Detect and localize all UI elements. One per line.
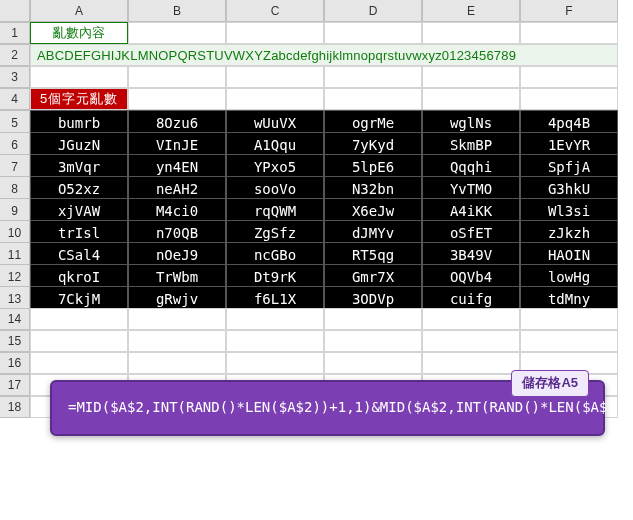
row-header[interactable]: 16 bbox=[0, 352, 30, 374]
charset-cell[interactable]: ABCDEFGHIJKLMNOPQRSTUVWXYZabcdefghijklmn… bbox=[30, 44, 618, 66]
row-header[interactable]: 15 bbox=[0, 330, 30, 352]
empty-cell[interactable] bbox=[128, 66, 226, 88]
empty-cell[interactable] bbox=[422, 330, 520, 352]
row-header[interactable]: 3 bbox=[0, 66, 30, 88]
formula-callout: 儲存格A5 =MID($A$2,INT(RAND()*LEN($A$2))+1,… bbox=[50, 380, 605, 436]
cell-a1[interactable]: 亂數內容 bbox=[30, 22, 128, 44]
empty-cell[interactable] bbox=[520, 308, 618, 330]
empty-cell[interactable] bbox=[30, 352, 128, 374]
label-5char-random[interactable]: 5個字元亂數 bbox=[30, 88, 128, 110]
select-all-corner[interactable] bbox=[0, 0, 30, 22]
empty-cell[interactable] bbox=[324, 22, 422, 44]
column-header[interactable]: E bbox=[422, 0, 520, 22]
formula-text: =MID($A$2,INT(RAND()*LEN($A$2))+1,1)&MID… bbox=[68, 396, 587, 418]
empty-cell[interactable] bbox=[226, 308, 324, 330]
row-header[interactable]: 18 bbox=[0, 396, 30, 418]
empty-cell[interactable] bbox=[30, 330, 128, 352]
empty-cell[interactable] bbox=[30, 66, 128, 88]
empty-cell[interactable] bbox=[520, 330, 618, 352]
column-header[interactable]: A bbox=[30, 0, 128, 22]
column-header[interactable]: C bbox=[226, 0, 324, 22]
empty-cell[interactable] bbox=[128, 22, 226, 44]
row-header[interactable]: 17 bbox=[0, 374, 30, 396]
empty-cell[interactable] bbox=[128, 330, 226, 352]
empty-cell[interactable] bbox=[226, 330, 324, 352]
empty-cell[interactable] bbox=[226, 22, 324, 44]
row-header[interactable]: 4 bbox=[0, 88, 30, 110]
empty-cell[interactable] bbox=[128, 352, 226, 374]
empty-cell[interactable] bbox=[422, 22, 520, 44]
empty-cell[interactable] bbox=[324, 308, 422, 330]
empty-cell[interactable] bbox=[422, 88, 520, 110]
empty-cell[interactable] bbox=[324, 330, 422, 352]
empty-cell[interactable] bbox=[226, 352, 324, 374]
empty-cell[interactable] bbox=[324, 66, 422, 88]
column-header[interactable]: D bbox=[324, 0, 422, 22]
empty-cell[interactable] bbox=[226, 66, 324, 88]
column-header[interactable]: B bbox=[128, 0, 226, 22]
row-header[interactable]: 2 bbox=[0, 44, 30, 66]
empty-cell[interactable] bbox=[520, 22, 618, 44]
empty-cell[interactable] bbox=[422, 308, 520, 330]
empty-cell[interactable] bbox=[226, 88, 324, 110]
empty-cell[interactable] bbox=[128, 308, 226, 330]
empty-cell[interactable] bbox=[128, 88, 226, 110]
row-header[interactable]: 14 bbox=[0, 308, 30, 330]
formula-cell-reference: 儲存格A5 bbox=[511, 370, 589, 397]
empty-cell[interactable] bbox=[520, 88, 618, 110]
empty-cell[interactable] bbox=[422, 352, 520, 374]
empty-cell[interactable] bbox=[30, 308, 128, 330]
empty-cell[interactable] bbox=[324, 88, 422, 110]
row-header[interactable]: 1 bbox=[0, 22, 30, 44]
empty-cell[interactable] bbox=[422, 66, 520, 88]
spreadsheet-grid[interactable]: ABCDEF1亂數內容2ABCDEFGHIJKLMNOPQRSTUVWXYZab… bbox=[0, 0, 633, 418]
empty-cell[interactable] bbox=[520, 66, 618, 88]
column-header[interactable]: F bbox=[520, 0, 618, 22]
empty-cell[interactable] bbox=[324, 352, 422, 374]
